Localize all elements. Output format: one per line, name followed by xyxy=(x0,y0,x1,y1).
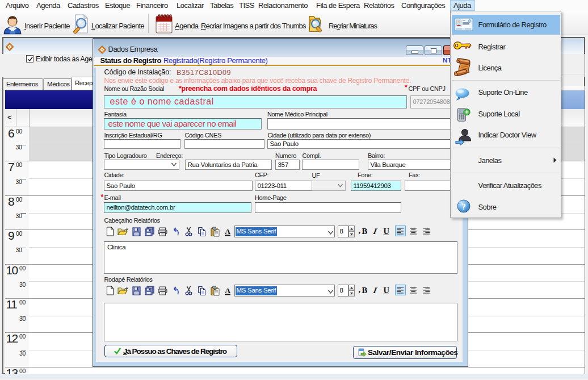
svg-text:A: A xyxy=(225,227,230,236)
svg-text:?: ? xyxy=(461,202,466,211)
svg-text:A: A xyxy=(225,286,230,295)
